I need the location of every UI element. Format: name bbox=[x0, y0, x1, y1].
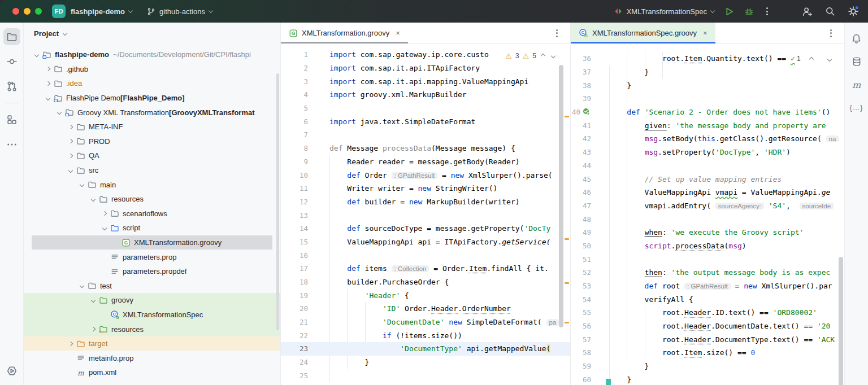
zoom-window-button[interactable] bbox=[35, 8, 42, 15]
run-configuration-selector[interactable]: XMLTransformationSpec bbox=[614, 7, 714, 16]
tree-row-xmltransformationspec[interactable]: CGXMLTransformationSpec bbox=[24, 308, 280, 322]
twisty-icon[interactable] bbox=[66, 139, 75, 143]
test-passed-run-icon[interactable] bbox=[583, 108, 591, 116]
code-line-43[interactable]: 43 msg.setProperty('DocType', 'HDR') bbox=[571, 146, 844, 159]
profiler-tool-button[interactable] bbox=[3, 362, 20, 379]
ai-snippets-tool-button[interactable]: {…} bbox=[849, 100, 865, 116]
editor-scrollbar-right[interactable] bbox=[839, 257, 843, 385]
code-line-15[interactable]: 15 ValueMappingApi api = ITApiFactory.ge… bbox=[281, 235, 570, 249]
tree-row-prod[interactable]: PROD bbox=[24, 134, 280, 149]
twisty-icon[interactable] bbox=[99, 226, 109, 230]
tree-row-.github[interactable]: .github bbox=[24, 62, 280, 77]
code-line-55[interactable]: 55 root.Header.ID.text() == 'ORD80002' bbox=[571, 306, 844, 320]
tree-row-metainfo.prop[interactable]: metainfo.prop bbox=[24, 351, 280, 365]
code-line-39[interactable]: 39 bbox=[571, 92, 844, 106]
code-line-24[interactable]: 24 } bbox=[281, 356, 570, 369]
code-line-19[interactable]: 19 'Header' { bbox=[281, 288, 570, 302]
tree-row-target[interactable]: target bbox=[24, 336, 280, 351]
tab-options-button[interactable] bbox=[828, 27, 834, 40]
tree-row-flashpipe-demo[interactable]: FlashPipe Demo [FlashPipe_Demo] bbox=[24, 91, 280, 106]
code-line-49[interactable]: 49 when: 'we execute the Groovy script' bbox=[571, 226, 844, 239]
tree-row-resources[interactable]: resources bbox=[24, 322, 280, 336]
inspections-widget[interactable]: ⚠3 ⚠5 bbox=[501, 50, 561, 62]
debug-button[interactable] bbox=[744, 7, 754, 16]
code-line-20[interactable]: 20 'ID' Order.Header.OrderNumber bbox=[281, 302, 570, 316]
code-line-54[interactable]: 54 verifyAll { bbox=[571, 292, 844, 306]
tree-row-groovy-xml-transformation[interactable]: Groovy XML Transformation [GroovyXMLTran… bbox=[24, 105, 280, 120]
code-line-50[interactable]: 50 script.processData(msg) bbox=[571, 239, 844, 253]
notifications-button[interactable] bbox=[849, 30, 865, 46]
tree-row-scenarioflows[interactable]: scenarioflows bbox=[24, 207, 280, 221]
code-line-5[interactable]: 5 bbox=[281, 102, 570, 115]
twisty-icon[interactable] bbox=[66, 125, 75, 129]
previous-problem-icon[interactable] bbox=[541, 54, 545, 58]
code-line-13[interactable]: 13 bbox=[281, 208, 570, 222]
code-line-10[interactable]: 10 def Order : GPathResult = new XmlSlur… bbox=[281, 168, 570, 182]
twisty-icon[interactable] bbox=[77, 183, 86, 186]
next-problem-icon[interactable] bbox=[551, 54, 555, 58]
code-line-4[interactable]: 4import groovy.xml.MarkupBuilder bbox=[281, 88, 570, 102]
warning-stripe-mark[interactable] bbox=[565, 116, 569, 117]
code-line-47[interactable]: 47 vmapi.addEntry( sourceAgency: 'S4', s… bbox=[571, 199, 844, 213]
tree-row-groovy[interactable]: groovy bbox=[24, 293, 280, 308]
code-line-26[interactable]: 26 items.each { item -> bbox=[281, 382, 570, 385]
code-line-12[interactable]: 12 def builder = new MarkupBuilder(write… bbox=[281, 195, 570, 209]
previous-occurrence-icon[interactable] bbox=[809, 57, 814, 62]
twisty-icon[interactable] bbox=[88, 299, 98, 302]
editor-content-left[interactable]: ⚠3 ⚠5 1import com.sap.gateway.ip.core.cu… bbox=[281, 44, 570, 385]
code-line-22[interactable]: 22 if (!items.size()) bbox=[281, 329, 570, 342]
code-line-60[interactable]: 60 } bbox=[571, 373, 844, 385]
close-tab-icon[interactable]: × bbox=[703, 29, 708, 37]
twisty-icon[interactable] bbox=[66, 154, 75, 158]
more-run-actions-button[interactable] bbox=[764, 5, 770, 18]
project-widget[interactable]: flashpipe-demo bbox=[71, 7, 132, 16]
tree-row-flashpipe-demo[interactable]: flashpipe-demo~/Documents/Development/Gi… bbox=[24, 47, 280, 62]
code-line-57[interactable]: 57 root.Header.DocumentType.text() == 'A… bbox=[571, 333, 844, 346]
tree-row-qa[interactable]: QA bbox=[24, 148, 280, 163]
code-line-44[interactable]: 44 bbox=[571, 159, 844, 173]
run-button[interactable] bbox=[724, 7, 734, 16]
twisty-icon[interactable] bbox=[88, 327, 98, 331]
editor-content-right[interactable]: 36 root.Item.Quantity.text() == ✓ 1 37 }… bbox=[571, 44, 844, 385]
tree-row-parameters.propdef[interactable]: parameters.propdef bbox=[24, 264, 280, 279]
twisty-icon[interactable] bbox=[77, 284, 86, 287]
code-line-42[interactable]: 42 msg.setBody(this.getClass().getResour… bbox=[571, 132, 844, 146]
structure-tool-button[interactable] bbox=[3, 111, 20, 128]
tab-options-button[interactable] bbox=[554, 27, 560, 40]
search-everywhere-button[interactable] bbox=[825, 6, 835, 16]
code-line-25[interactable]: 25 bbox=[281, 369, 570, 383]
twisty-icon[interactable] bbox=[54, 111, 64, 114]
code-line-53[interactable]: 53 def root : GPathResult = new XmlSlurp… bbox=[571, 279, 844, 293]
code-line-8[interactable]: 8def Message processData(Message message… bbox=[281, 142, 570, 155]
tree-row-parameters.prop[interactable]: parameters.prop bbox=[24, 250, 280, 264]
code-line-37[interactable]: 37 } bbox=[571, 65, 844, 79]
tree-row-.idea[interactable]: .idea bbox=[24, 76, 280, 91]
commit-tool-button[interactable] bbox=[3, 53, 20, 70]
code-line-3[interactable]: 3import com.sap.it.api.mapping.ValueMapp… bbox=[281, 75, 570, 88]
tree-row-meta-inf[interactable]: META-INF bbox=[24, 120, 280, 134]
settings-button[interactable] bbox=[848, 6, 859, 17]
code-line-51[interactable]: 51 bbox=[571, 252, 844, 266]
more-tool-windows-button[interactable] bbox=[3, 136, 20, 153]
code-line-17[interactable]: 17 def items : Collection = Order.Item.f… bbox=[281, 262, 570, 275]
code-line-52[interactable]: 52 then: 'the output message body is as … bbox=[571, 266, 844, 279]
twisty-icon[interactable] bbox=[66, 169, 75, 172]
maven-tool-button[interactable]: m bbox=[849, 77, 865, 93]
tree-row-xmltransformation.groovy[interactable]: GXMLTransformation.groovy bbox=[32, 235, 272, 250]
tree-row-src[interactable]: src bbox=[24, 163, 280, 178]
code-line-36[interactable]: 36 root.Item.Quantity.text() == ✓ 1 bbox=[571, 52, 844, 65]
code-line-14[interactable]: 14 def sourceDocType = message.getProper… bbox=[281, 222, 570, 235]
code-line-2[interactable]: 2import com.sap.it.api.ITApiFactory bbox=[281, 62, 570, 75]
code-line-40[interactable]: 40 def 'Scenario 2 - Order does not have… bbox=[571, 106, 844, 119]
tab-xmltransformationspec-groovy[interactable]: CG XMLTransformationSpec.groovy × bbox=[571, 23, 715, 43]
code-line-9[interactable]: 9 Reader reader = message.getBody(Reader… bbox=[281, 155, 570, 169]
code-with-me-button[interactable] bbox=[802, 6, 813, 17]
code-line-46[interactable]: 46 ValueMappingApi vmapi = ValueMappingA… bbox=[571, 186, 844, 199]
twisty-icon[interactable] bbox=[32, 53, 41, 56]
database-tool-button[interactable] bbox=[849, 54, 865, 69]
tab-xmltransformation-groovy[interactable]: G XMLTransformation.groovy × bbox=[281, 23, 408, 43]
next-occurrence-icon[interactable] bbox=[827, 57, 832, 62]
code-line-56[interactable]: 56 root.Header.DocumentDate.text() == '2… bbox=[571, 320, 844, 333]
vcs-branch-widget[interactable]: github-actions bbox=[147, 7, 212, 16]
tree-row-resources[interactable]: resources bbox=[24, 192, 280, 207]
